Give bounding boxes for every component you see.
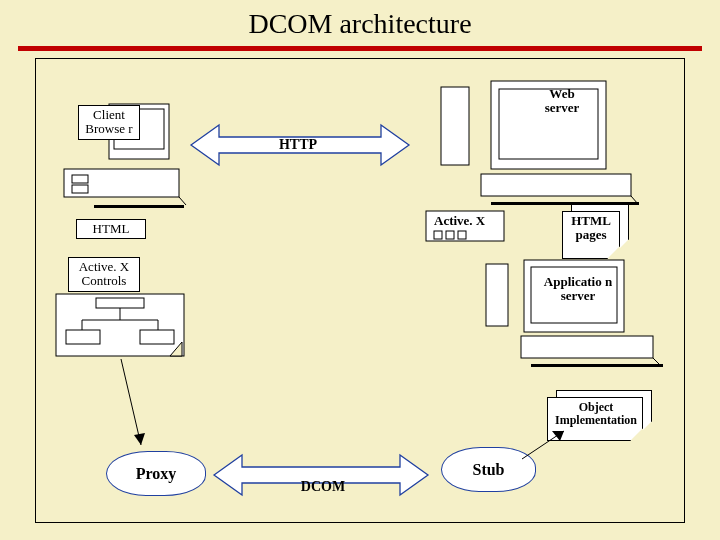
web-server-label: Web server bbox=[531, 85, 593, 118]
title-underline bbox=[18, 46, 702, 51]
client-browser-label: Client Browse r bbox=[78, 105, 140, 140]
proxy-label: Proxy bbox=[136, 465, 177, 483]
svg-rect-4 bbox=[72, 185, 88, 193]
diagram-canvas: Client Browse r HTTP Web server HTML Act… bbox=[35, 58, 685, 523]
html-pages-label: HTML pages bbox=[564, 214, 618, 243]
svg-rect-8 bbox=[441, 87, 469, 165]
svg-rect-19 bbox=[96, 298, 144, 308]
controls-to-proxy-arrow-icon bbox=[111, 359, 151, 454]
svg-line-5 bbox=[179, 197, 186, 205]
html-label: HTML bbox=[76, 219, 146, 239]
http-label: HTTP bbox=[268, 137, 328, 153]
svg-line-33 bbox=[121, 359, 141, 445]
svg-rect-27 bbox=[486, 264, 508, 326]
svg-rect-3 bbox=[72, 175, 88, 183]
svg-line-12 bbox=[631, 196, 638, 204]
stub-to-object-arrow-icon bbox=[516, 429, 576, 469]
proxy-cloud: Proxy bbox=[106, 451, 206, 496]
app-server-label: Applicatio n server bbox=[541, 275, 615, 304]
svg-rect-15 bbox=[434, 231, 442, 239]
svg-rect-16 bbox=[446, 231, 454, 239]
page-title: DCOM architecture bbox=[0, 0, 720, 40]
app-server-computer-icon bbox=[476, 254, 676, 374]
object-impl-label: Object Implementation bbox=[551, 401, 641, 427]
svg-rect-11 bbox=[481, 174, 631, 196]
svg-marker-37 bbox=[552, 431, 564, 441]
dcom-label: DCOM bbox=[288, 479, 358, 495]
stub-label: Stub bbox=[472, 461, 504, 479]
svg-line-31 bbox=[653, 358, 661, 366]
svg-rect-30 bbox=[521, 336, 653, 358]
svg-rect-25 bbox=[140, 330, 174, 344]
activex-label: Active. X bbox=[434, 213, 485, 229]
svg-rect-24 bbox=[66, 330, 100, 344]
svg-rect-32 bbox=[531, 364, 663, 367]
svg-rect-2 bbox=[64, 169, 179, 197]
svg-rect-17 bbox=[458, 231, 466, 239]
activex-controls-diagram-icon bbox=[56, 254, 191, 364]
svg-rect-6 bbox=[94, 205, 184, 208]
svg-marker-34 bbox=[134, 433, 145, 445]
